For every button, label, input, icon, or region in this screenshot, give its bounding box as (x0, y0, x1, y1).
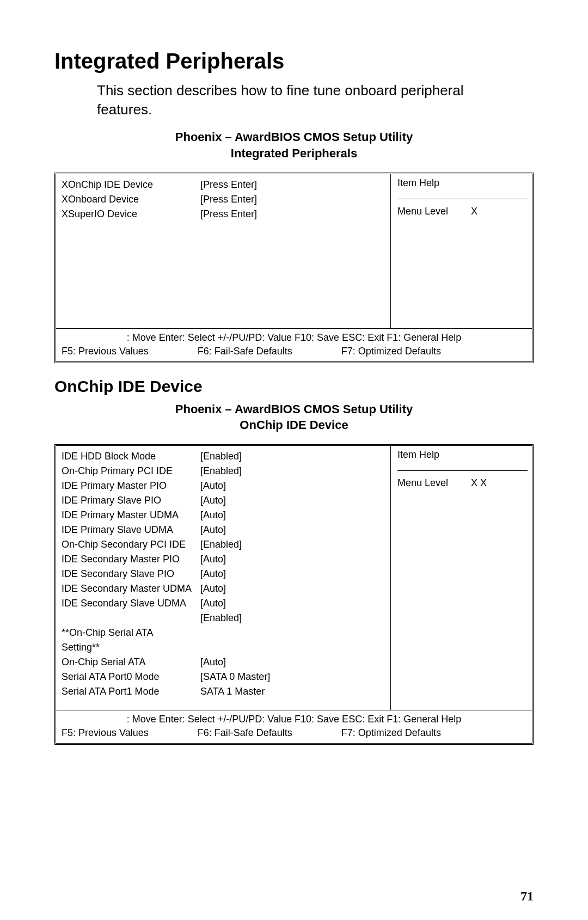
table-row[interactable]: XOnChip IDE Device [Press Enter] (62, 177, 386, 192)
bios-panel-1: XOnChip IDE Device [Press Enter] XOnboar… (54, 173, 534, 363)
table-row[interactable]: IDE Primary Master UDMA [Auto] (62, 508, 386, 523)
page-number: 71 (520, 889, 534, 904)
subheading: OnChip IDE Device (54, 377, 534, 396)
menu-item-value: SATA 1 Master (200, 684, 386, 699)
panel2-footer: : Move Enter: Select +/-/PU/PD: Value F1… (56, 710, 532, 743)
panel2-menu-area: IDE HDD Block Mode [Enabled] On-Chip Pri… (56, 446, 390, 710)
panel1-footer: : Move Enter: Select +/-/PU/PD: Value F1… (56, 328, 532, 361)
menu-item-value: [Auto] (200, 655, 386, 670)
menu-item-label: XOnboard Device (62, 192, 200, 207)
footer-nav-hints: : Move Enter: Select +/-/PU/PD: Value F1… (62, 332, 526, 344)
table-row[interactable]: IDE Secondary Slave PIO [Auto] (62, 567, 386, 581)
item-help-label: Item Help (397, 449, 528, 461)
menu-item-value: [Auto] (200, 508, 386, 523)
menu-item-label: Serial ATA Port0 Mode (62, 670, 200, 684)
panel2-help-area: Item Help Menu Level X X (390, 446, 532, 710)
menu-item-value: [Press Enter] (200, 177, 386, 192)
menu-level: Menu Level X X (397, 477, 528, 489)
panel1-menu-area: XOnChip IDE Device [Press Enter] XOnboar… (56, 174, 390, 328)
menu-level-value: X X (471, 477, 487, 488)
menu-item-label: On-Chip Primary PCI IDE (62, 464, 200, 479)
table-row[interactable]: Serial ATA Port1 Mode SATA 1 Master (62, 684, 386, 699)
footer-key-f6: F6: Fail-Safe Defaults (198, 727, 292, 739)
table-row[interactable]: [Enabled] (62, 611, 386, 625)
footer-key-f6: F6: Fail-Safe Defaults (198, 346, 292, 357)
menu-item-label: IDE Primary Slave PIO (62, 493, 200, 508)
panel2-title-line1: Phoenix – AwardBIOS CMOS Setup Utility (175, 402, 413, 416)
table-row[interactable]: XSuperIO Device [Press Enter] (62, 207, 386, 222)
table-row[interactable]: IDE Secondary Master UDMA [Auto] (62, 581, 386, 596)
table-row[interactable]: IDE Primary Master PIO [Auto] (62, 479, 386, 493)
page-title: Integrated Peripherals (54, 49, 534, 73)
menu-level-label: Menu Level (397, 206, 468, 217)
menu-item-value: [Auto] (200, 479, 386, 493)
menu-item-value: [Auto] (200, 552, 386, 567)
menu-item-label: XSuperIO Device (62, 207, 200, 222)
menu-level-value: X (471, 206, 477, 217)
menu-item-value: [Auto] (200, 596, 386, 611)
panel1-help-area: Item Help Menu Level X (390, 174, 532, 328)
table-row[interactable]: IDE Secondary Slave UDMA [Auto] (62, 596, 386, 611)
footer-key-f5: F5: Previous Values (62, 727, 149, 739)
section-label-line2: Setting** (62, 640, 386, 655)
menu-level-label: Menu Level (397, 477, 468, 489)
footer-key-f7: F7: Optimized Defaults (341, 727, 441, 739)
panel2-title: Phoenix – AwardBIOS CMOS Setup Utility O… (54, 401, 534, 433)
menu-item-label: IDE HDD Block Mode (62, 449, 200, 464)
menu-item-value: [Auto] (200, 567, 386, 581)
table-row[interactable]: On-Chip Serial ATA [Auto] (62, 655, 386, 670)
menu-item-label: On-Chip Secondary PCI IDE (62, 537, 200, 552)
menu-item-label: IDE Secondary Slave PIO (62, 567, 200, 581)
table-row[interactable]: IDE Primary Slave PIO [Auto] (62, 493, 386, 508)
menu-item-label: Serial ATA Port1 Mode (62, 684, 200, 699)
menu-item-label (62, 611, 200, 625)
table-row[interactable]: IDE Primary Slave UDMA [Auto] (62, 523, 386, 537)
help-divider (397, 470, 528, 471)
panel1-title: Phoenix – AwardBIOS CMOS Setup Utility I… (54, 129, 534, 161)
menu-item-value: [Enabled] (200, 464, 386, 479)
section-label-line1: **On-Chip Serial ATA (62, 625, 386, 640)
menu-item-value: [Auto] (200, 581, 386, 596)
table-row[interactable]: XOnboard Device [Press Enter] (62, 192, 386, 207)
menu-item-label: IDE Secondary Slave UDMA (62, 596, 200, 611)
menu-item-label: IDE Primary Slave UDMA (62, 523, 200, 537)
menu-item-value: [SATA 0 Master] (200, 670, 386, 684)
footer-nav-hints: : Move Enter: Select +/-/PU/PD: Value F1… (62, 714, 526, 725)
footer-key-f5: F5: Previous Values (62, 346, 149, 357)
menu-item-value: [Press Enter] (200, 207, 386, 222)
menu-item-label: XOnChip IDE Device (62, 177, 200, 192)
bios-panel-2: IDE HDD Block Mode [Enabled] On-Chip Pri… (54, 444, 534, 745)
menu-item-label: On-Chip Serial ATA (62, 655, 200, 670)
item-help-label: Item Help (397, 177, 528, 189)
panel1-title-line1: Phoenix – AwardBIOS CMOS Setup Utility (175, 130, 413, 144)
panel2-title-line2: OnChip IDE Device (240, 418, 348, 432)
menu-level: Menu Level X (397, 206, 528, 217)
menu-item-label: IDE Primary Master UDMA (62, 508, 200, 523)
footer-key-f7: F7: Optimized Defaults (341, 346, 441, 357)
menu-item-value: [Auto] (200, 523, 386, 537)
page: Integrated Peripherals This section desc… (0, 0, 588, 920)
table-row[interactable]: On-Chip Secondary PCI IDE [Enabled] (62, 537, 386, 552)
menu-item-value: [Auto] (200, 493, 386, 508)
intro-text: This section describes how to fine tune … (97, 81, 500, 119)
menu-item-value: [Press Enter] (200, 192, 386, 207)
menu-item-value: [Enabled] (200, 611, 386, 625)
help-divider (397, 199, 528, 199)
menu-item-value: [Enabled] (200, 449, 386, 464)
menu-item-label: IDE Secondary Master UDMA (62, 581, 200, 596)
panel1-title-line2: Integrated Peripherals (231, 146, 357, 160)
menu-item-value: [Enabled] (200, 537, 386, 552)
table-row[interactable]: IDE Secondary Master PIO [Auto] (62, 552, 386, 567)
menu-item-label: IDE Primary Master PIO (62, 479, 200, 493)
table-row[interactable]: Serial ATA Port0 Mode [SATA 0 Master] (62, 670, 386, 684)
table-row[interactable]: IDE HDD Block Mode [Enabled] (62, 449, 386, 464)
table-row[interactable]: On-Chip Primary PCI IDE [Enabled] (62, 464, 386, 479)
menu-item-label: IDE Secondary Master PIO (62, 552, 200, 567)
